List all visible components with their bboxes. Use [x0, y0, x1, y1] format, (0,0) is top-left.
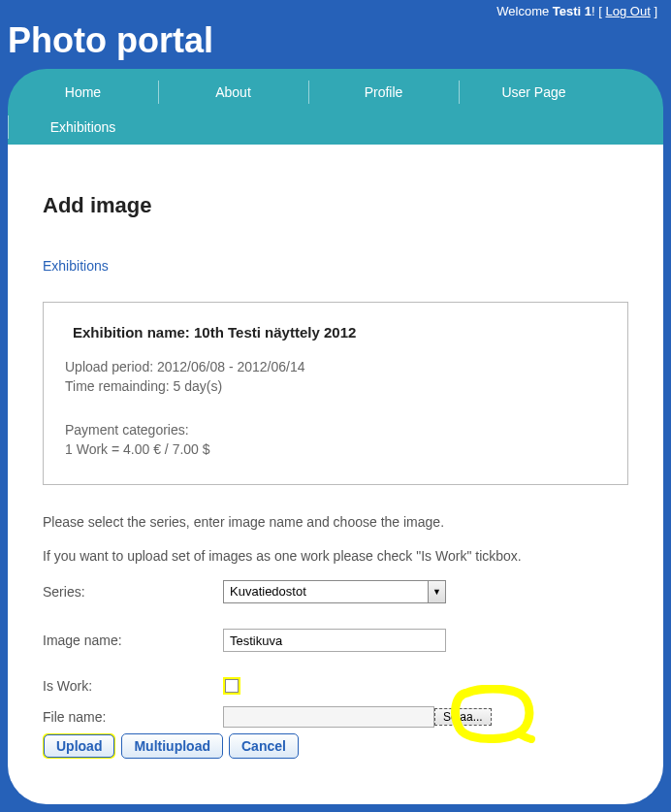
browse-button[interactable]: Selaa... [434, 708, 492, 726]
site-title: Photo portal [0, 20, 671, 69]
is-work-checkbox[interactable] [225, 679, 239, 693]
instructions-line2: If you want to upload set of images as o… [43, 546, 628, 567]
file-name-input[interactable] [223, 706, 434, 728]
multiupload-button[interactable]: Multiupload [121, 733, 223, 759]
upload-period-value: 2012/06/08 - 2012/06/14 [157, 359, 305, 374]
nav-home[interactable]: Home [8, 75, 158, 110]
main-content: Add image Exhibitions Exhibition name: 1… [8, 145, 663, 804]
upload-form: Series: Kuvatiedostot ▼ Image name: Is W… [43, 580, 628, 759]
exhibition-info-box: Exhibition name: 10th Testi näyttely 201… [43, 302, 628, 485]
button-row: Upload Multiupload Cancel [43, 733, 628, 759]
welcome-end: ] [651, 4, 657, 18]
exhibitions-breadcrumb-link[interactable]: Exhibitions [43, 258, 109, 274]
is-work-label: Is Work: [43, 678, 223, 694]
image-name-input[interactable] [223, 629, 446, 652]
exhibition-name-label: Exhibition name: [73, 324, 194, 341]
upload-highlight: Upload [43, 733, 115, 759]
series-label: Series: [43, 584, 223, 600]
time-remaining-label: Time remainding: [65, 378, 174, 394]
file-name-label: File name: [43, 709, 223, 725]
nav-exhibitions[interactable]: Exhibitions [8, 110, 158, 145]
payment-categories-label: Payment categories: [65, 422, 189, 438]
cancel-button[interactable]: Cancel [229, 733, 299, 759]
welcome-suffix: ! [ [591, 4, 605, 18]
nav-profile[interactable]: Profile [308, 75, 459, 110]
nav-about[interactable]: About [158, 75, 308, 110]
logout-link[interactable]: Log Out [606, 4, 651, 18]
payment-categories-line: 1 Work = 4.00 € / 7.00 $ [65, 441, 210, 457]
nav-user-page[interactable]: User Page [459, 75, 609, 110]
instructions: Please select the series, enter image na… [43, 512, 628, 567]
upload-period-label: Upload period: [65, 359, 157, 374]
page-title: Add image [43, 193, 628, 218]
exhibition-name-value: 10th Testi näyttely 2012 [194, 324, 356, 341]
image-name-label: Image name: [43, 633, 223, 648]
top-bar: Welcome Testi 1! [ Log Out ] [0, 0, 671, 20]
welcome-username: Testi 1 [553, 4, 591, 18]
is-work-highlight [223, 677, 240, 695]
welcome-prefix: Welcome [496, 4, 553, 18]
instructions-line1: Please select the series, enter image na… [43, 512, 628, 533]
series-select[interactable]: Kuvatiedostot ▼ [223, 580, 446, 603]
chevron-down-icon[interactable]: ▼ [428, 581, 445, 602]
time-remaining-value: 5 day(s) [174, 378, 223, 394]
series-selected-value: Kuvatiedostot [224, 581, 428, 602]
nav-bar: Home About Profile User Page Exhibitions [8, 69, 663, 145]
upload-button[interactable]: Upload [44, 734, 114, 758]
